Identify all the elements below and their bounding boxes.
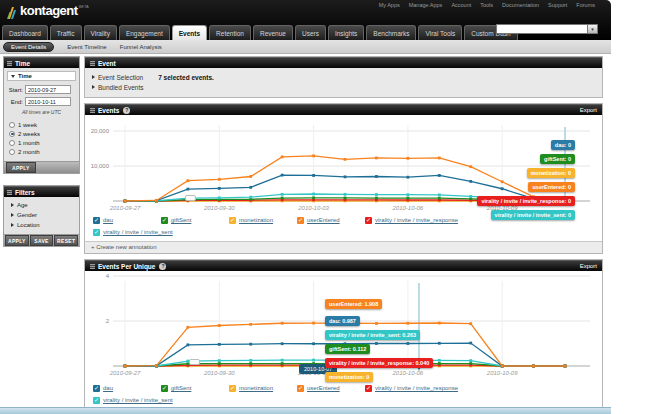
filter-item-gender[interactable]: Gender <box>11 210 76 220</box>
chart-plot-area[interactable]: 242010-09-272010-09-302010-10-032010-10-… <box>85 271 602 381</box>
panel-grip-icon <box>7 61 12 66</box>
time-section-toggle[interactable]: Time <box>7 71 76 81</box>
filters-save-button[interactable]: SAVE <box>30 235 54 246</box>
radio-label: 1 month <box>18 140 40 146</box>
legend-checkbox[interactable]: ✓ <box>229 217 236 224</box>
filter-items: AgeGenderLocation <box>7 200 76 230</box>
tab-benchmarks[interactable]: Benchmarks <box>366 25 416 40</box>
legend-checkbox[interactable]: ✓ <box>93 397 100 404</box>
tab-users[interactable]: Users <box>295 25 326 40</box>
radio-option-2-weeks[interactable]: 2 weeks <box>9 129 76 138</box>
time-panel-body: Time Start: End: All times are UTC 1 wee… <box>4 68 79 173</box>
legend-label[interactable]: userEntered <box>307 385 340 391</box>
check-icon: ✓ <box>162 385 167 391</box>
tab-insights[interactable]: Insights <box>328 25 364 40</box>
svg-text:2010-09-27: 2010-09-27 <box>109 205 141 211</box>
legend-checkbox[interactable]: ✓ <box>161 385 168 392</box>
event-row-bundled-events[interactable]: Bundled Events <box>92 82 595 92</box>
legend-item-monetization[interactable]: ✓monetization <box>229 217 297 224</box>
legend-label[interactable]: virality / invite / invite_sent <box>103 397 173 403</box>
legend-checkbox[interactable]: ✓ <box>365 385 372 392</box>
sub-tab-event-details[interactable]: Event Details <box>3 42 54 52</box>
top-menu-item-documentation[interactable]: Documentation <box>502 2 539 8</box>
top-menu-item-support[interactable]: Support <box>548 2 567 8</box>
legend-item-dau[interactable]: ✓dau <box>93 385 161 392</box>
legend-item-dau[interactable]: ✓dau <box>93 217 161 224</box>
legend-checkbox[interactable]: ✓ <box>93 385 100 392</box>
tab-dashboard[interactable]: Dashboard <box>2 25 48 40</box>
legend-checkbox[interactable]: ✓ <box>93 229 100 236</box>
legend-label[interactable]: userEntered <box>307 217 340 223</box>
help-icon[interactable]: ? <box>159 263 166 270</box>
legend-label[interactable]: monetization <box>239 217 273 223</box>
filters-reset-button[interactable]: RESET <box>54 235 78 246</box>
tab-revenue[interactable]: Revenue <box>253 25 293 40</box>
legend-label[interactable]: monetization <box>239 385 273 391</box>
sub-tab-event-timeline[interactable]: Event Timeline <box>67 44 106 50</box>
legend-item-userentered[interactable]: ✓userEntered <box>297 385 365 392</box>
radio-option-1-month[interactable]: 1 month <box>9 138 76 147</box>
legend-item-virality-invite-invite-response[interactable]: ✓virality / invite / invite_response <box>365 217 458 224</box>
event-row-event-selection[interactable]: Event Selection7 selected events. <box>92 72 595 82</box>
legend-checkbox[interactable]: ✓ <box>297 217 304 224</box>
tab-retention[interactable]: Retention <box>209 25 251 40</box>
top-menu-item-tools[interactable]: Tools <box>480 2 493 8</box>
check-icon: ✓ <box>230 385 235 391</box>
legend-item-giftsent[interactable]: ✓giftSent <box>161 217 229 224</box>
top-menu-item-forums[interactable]: Forums <box>576 2 595 8</box>
legend-label[interactable]: virality / invite / invite_sent <box>103 229 173 235</box>
end-date-input[interactable] <box>25 97 71 106</box>
start-date-input[interactable] <box>25 85 71 94</box>
search-dropdown-icon[interactable]: ▾ <box>588 24 598 34</box>
filters-apply-button[interactable]: APPLY <box>5 235 29 246</box>
legend-label[interactable]: dau <box>103 385 113 391</box>
legend-checkbox[interactable]: ✓ <box>229 385 236 392</box>
legend-checkbox[interactable]: ✓ <box>365 217 372 224</box>
top-menu-item-my-apps[interactable]: My Apps <box>379 2 400 8</box>
annotation-flag[interactable] <box>189 359 200 365</box>
sub-tab-funnel-analysis[interactable]: Funnel Analysis <box>120 44 162 50</box>
tab-engagement[interactable]: Engagement <box>119 25 170 40</box>
series-tooltip: giftSent: 0.112 <box>325 344 370 354</box>
legend-label[interactable]: virality / invite / invite_response <box>375 385 458 391</box>
filters-panel-body: AgeGenderLocation APPLYSAVERESET <box>4 197 79 246</box>
legend-label[interactable]: virality / invite / invite_response <box>375 217 458 223</box>
tab-viral-tools[interactable]: Viral Tools <box>418 25 462 40</box>
series-tooltip: giftSent: 0 <box>540 154 575 164</box>
create-annotation-bar[interactable]: + Create new annotation <box>85 241 602 253</box>
filter-item-location[interactable]: Location <box>11 220 76 230</box>
legend-checkbox[interactable]: ✓ <box>161 217 168 224</box>
legend-row: ✓virality / invite / invite_sent <box>93 226 602 238</box>
filter-item-age[interactable]: Age <box>11 200 76 210</box>
app-search-input[interactable] <box>496 24 588 34</box>
legend-item-virality-invite-invite-sent[interactable]: ✓virality / invite / invite_sent <box>93 229 173 236</box>
export-button[interactable]: Export <box>580 263 597 269</box>
end-date-row: End: <box>7 97 76 106</box>
radio-option-1-week[interactable]: 1 week <box>9 120 76 129</box>
legend-item-userentered[interactable]: ✓userEntered <box>297 217 365 224</box>
series-tooltip: dau: 0.987 <box>325 316 360 326</box>
legend-checkbox[interactable]: ✓ <box>297 385 304 392</box>
radio-option-2-month[interactable]: 2 month <box>9 147 76 156</box>
annotation-flag[interactable] <box>185 195 196 201</box>
top-menu-item-manage-apps[interactable]: Manage Apps <box>409 2 443 8</box>
main-content: Event Event Selection7 selected events.B… <box>84 56 603 414</box>
legend-label[interactable]: giftSent <box>171 385 191 391</box>
legend-item-virality-invite-invite-response[interactable]: ✓virality / invite / invite_response <box>365 385 458 392</box>
legend-item-virality-invite-invite-sent[interactable]: ✓virality / invite / invite_sent <box>93 397 173 404</box>
tab-virality[interactable]: Virality <box>84 25 117 40</box>
legend-row: ✓dau✓giftSent✓monetization✓userEntered✓v… <box>93 382 602 394</box>
tab-traffic[interactable]: Traffic <box>50 25 82 40</box>
legend-checkbox[interactable]: ✓ <box>93 217 100 224</box>
top-menu-item-account[interactable]: Account <box>451 2 471 8</box>
legend-item-monetization[interactable]: ✓monetization <box>229 385 297 392</box>
legend-label[interactable]: giftSent <box>171 217 191 223</box>
legend-item-giftsent[interactable]: ✓giftSent <box>161 385 229 392</box>
export-button[interactable]: Export <box>580 107 597 113</box>
chart-plot-area[interactable]: 10,00020,0002010-09-272010-09-302010-10-… <box>85 115 602 213</box>
time-apply-button[interactable]: APPLY <box>6 162 36 173</box>
help-icon[interactable]: ? <box>123 107 130 114</box>
legend-label[interactable]: dau <box>103 217 113 223</box>
brand-logo[interactable]: kontagent BETA <box>7 3 89 23</box>
tab-events[interactable]: Events <box>172 25 207 40</box>
